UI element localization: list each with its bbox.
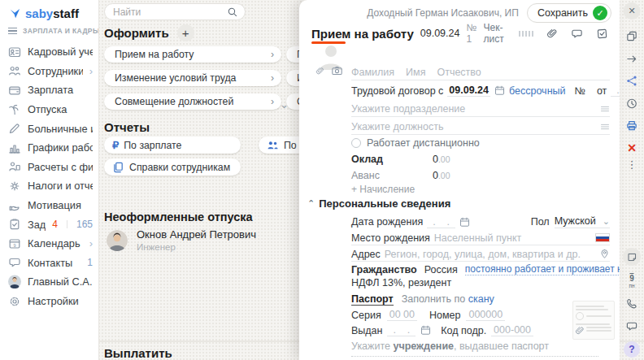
delete-icon[interactable]: ✕ [627,141,637,154]
remote-checkbox-row[interactable]: Работает дистанционно [351,137,610,150]
register-item-combination[interactable]: Совмещение должностей › [104,93,281,110]
search-bar[interactable] [104,3,246,20]
sidebar-item-settings[interactable]: Настройки [0,292,98,311]
history-clock-icon[interactable] [626,98,638,110]
russia-flag-icon[interactable] [595,233,610,242]
passport-title[interactable]: Паспорт [351,293,394,306]
attach-photo-icon[interactable] [315,66,324,76]
sidebar-item-vacations[interactable]: Отпуска [0,100,98,119]
lastname-placeholder[interactable]: Фамилия [351,67,394,78]
expand-more-icon[interactable]: ⌄ [280,98,289,111]
hand-icon [8,199,21,212]
register-title: Оформить [104,26,169,40]
share-icon[interactable] [626,75,638,87]
passport-code-input[interactable]: 000-000 [491,324,533,336]
attach-icon[interactable] [546,28,558,40]
sidebar-item-calendar[interactable]: 9 Календарь › [0,234,98,254]
citizenship-value[interactable]: Россия [424,264,458,275]
sidebar-item-contacts[interactable]: Контакты 1 [0,254,98,273]
register-item-terms-change[interactable]: Изменение условий труда › [104,70,281,86]
forward-icon[interactable] [626,53,638,65]
advance-input[interactable]: 0.00 [433,170,450,181]
fio-input-row[interactable]: Фамилия Имя Отчество [351,65,610,80]
position-field[interactable]: Укажите должность [351,119,610,135]
document-number[interactable]: № 1 [466,22,483,45]
remote-checkbox[interactable] [351,138,361,148]
contract-row: Трудовой договор с 09.09.24 бессрочный №… [351,83,610,98]
notes-icon[interactable] [623,248,641,266]
passport-issued-date-input[interactable]: . . [387,324,416,336]
phone-icon[interactable] [626,297,638,310]
contract-type-link[interactable]: бессрочный [509,85,565,97]
sidebar-item-individuals-settlements[interactable]: Расчеты с физлиц [0,158,98,177]
gender-select[interactable]: Мужской ⌄ [555,215,610,228]
passport-number-input[interactable]: 000000 [466,309,505,321]
user-avatar [8,275,21,288]
attach-scan-icon[interactable] [575,325,585,336]
help-button[interactable]: ? [624,341,640,358]
firstname-placeholder[interactable]: Имя [406,67,425,78]
sidebar-item-sick-leave[interactable]: Больничные и пос [0,119,98,138]
app-logo[interactable]: sabystaff [0,0,98,21]
report-salary-button[interactable]: ₽ По зарплате [104,137,241,154]
department-field[interactable]: Укажите подразделение [351,102,610,117]
sidebar-item-profile[interactable]: Главный С.А. [0,272,98,292]
sidebar-item-taxes-reporting[interactable]: Налоги и отчетно [0,176,98,196]
sign-document-icon[interactable] [596,28,608,40]
birthdate-input[interactable]: . . [427,216,455,228]
more-actions-icon[interactable]: ⋮ [627,163,637,167]
list-select-icon[interactable] [600,104,610,114]
contract-date-input[interactable]: 09.09.24 [447,85,490,97]
report-certificates-button[interactable]: Справки сотрудникам [104,158,241,176]
close-button[interactable]: ✕ [624,2,641,20]
chevron-right-icon: › [89,66,93,76]
sidebar-item-salary[interactable]: Зарплата [0,80,98,100]
passport-series-input[interactable]: 00 00 [387,309,417,321]
accordion-header[interactable]: ЗАРПЛАТА И КАДРЫ [0,23,98,39]
chat-bubble-icon[interactable] [626,320,638,332]
calendar-small-icon[interactable] [420,325,431,336]
fill-by-scan[interactable]: Заполнить по скану [402,293,494,305]
location-pin-icon[interactable] [599,249,610,259]
middlename-placeholder[interactable]: Отчество [437,67,481,78]
passport-issuer-field[interactable]: Укажите учреждение, выдавшее паспорт [351,340,610,353]
add-document-button[interactable]: + [177,24,194,41]
sidebar-item-employees[interactable]: Сотрудники › [0,62,98,81]
sidebar-item-hr-records[interactable]: Кадровый учет [0,42,98,62]
checklist-label[interactable]: Чек-лист [483,22,512,45]
document-date[interactable]: 09.09.24 [420,28,460,39]
calendar-day-icon[interactable]: 9пн [629,273,634,289]
birthplace-field[interactable]: Место рождения Населенный пункт [351,231,610,245]
address-field[interactable]: Адрес Регион, город, улица, дом, квартир… [351,247,610,262]
hiring-dialog: Доходный Герман Исаакович, ИП Сохранить … [299,0,620,360]
gear-icon [8,180,21,193]
salary-input[interactable]: 0.00 [433,154,450,165]
contract-from-date-input[interactable]: . . [611,85,620,97]
vacation-person-row[interactable]: Окнов Андрей Петрович Инженер [107,228,256,252]
sidebar-item-work-schedules[interactable]: Графики работ [0,138,98,158]
sidebar-item-motivation[interactable]: Мотивация [0,196,98,215]
contacts-badge[interactable]: 1 [87,257,93,268]
dialog-title: Прием на работу [311,27,414,41]
calendar-small-icon[interactable] [494,85,505,96]
organization-name[interactable]: Доходный Герман Исаакович, ИП [367,7,519,19]
tasks-badge-urgent[interactable]: 4 [52,219,58,230]
passport-scan-thumbnail[interactable] [572,301,615,340]
add-accrual-link[interactable]: + Начисление [351,183,610,195]
camera-icon[interactable] [331,65,343,76]
register-item-hiring[interactable]: Прием на работу › [104,46,281,63]
search-input[interactable] [113,7,227,18]
chevron-right-icon: › [271,49,274,60]
search-icon[interactable] [227,7,238,18]
calendar-small-icon[interactable] [459,217,470,228]
citizenship-status-link[interactable]: постоянно работает и проживает на террит… [465,263,620,275]
sidebar-item-tasks[interactable]: Задачи 4 165 [0,215,98,234]
list-select-icon[interactable] [600,122,610,132]
print-icon[interactable] [626,119,638,132]
tasks-badge-total[interactable]: 165 [76,219,93,230]
save-button[interactable]: Сохранить ✓ [527,3,611,23]
comment-icon[interactable] [571,28,583,40]
person-name[interactable]: Окнов Андрей Петрович [137,228,256,241]
personal-section-header[interactable]: ⌃ Персональные сведения [307,197,450,210]
copy-icon[interactable] [626,30,638,42]
